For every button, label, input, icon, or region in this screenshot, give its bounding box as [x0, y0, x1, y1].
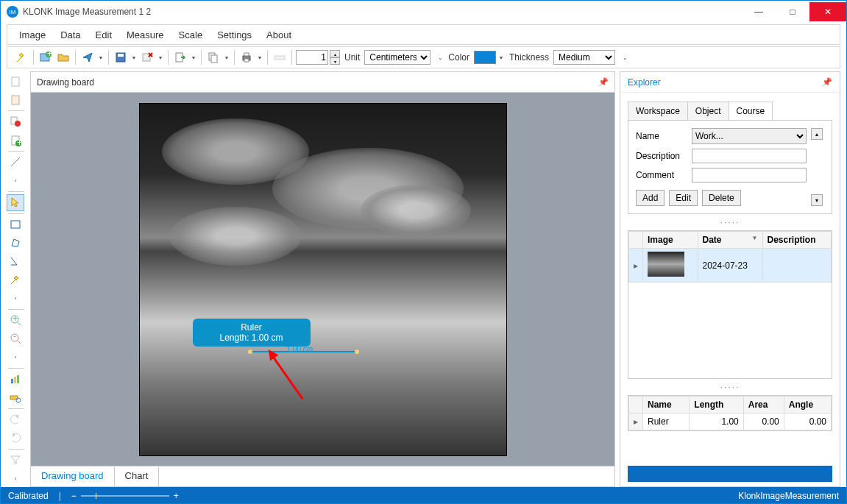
splitter-dots-2[interactable]: ·····: [620, 379, 840, 395]
form-scrollbar[interactable]: ▴▾: [811, 128, 824, 206]
menu-measure[interactable]: Measure: [121, 27, 170, 43]
canvas[interactable]: Ruler Length: 1.00 cm 1.00 cm: [31, 93, 614, 466]
image-row[interactable]: ▸ 2024-07-23: [629, 249, 832, 283]
menu-data[interactable]: Data: [54, 27, 86, 43]
pin-icon[interactable]: 📌: [598, 77, 609, 87]
tool-angle-icon[interactable]: [7, 253, 24, 270]
tool-polygon-icon[interactable]: [7, 235, 24, 252]
ruler-icon[interactable]: [272, 49, 288, 65]
tool-filter-icon[interactable]: [7, 452, 24, 469]
wand-icon[interactable]: [13, 49, 29, 65]
tool-undo-icon[interactable]: [7, 411, 24, 428]
minimize-button[interactable]: —: [742, 2, 776, 21]
save-dropdown[interactable]: ▾: [130, 54, 138, 61]
name-select[interactable]: Work...: [692, 128, 807, 144]
print-icon[interactable]: [238, 49, 255, 65]
tool-pointer-icon[interactable]: [7, 194, 24, 211]
print-dropdown[interactable]: ▾: [256, 54, 263, 61]
color-dropdown[interactable]: ▾: [497, 54, 505, 61]
svg-text:-: -: [13, 333, 16, 341]
tool-filter-more[interactable]: ›: [7, 470, 24, 487]
delete-icon[interactable]: [139, 49, 155, 65]
thickness-extra-dropdown[interactable]: ⌄: [621, 54, 628, 61]
delete-dropdown[interactable]: ▾: [157, 54, 164, 61]
mangle-col-header[interactable]: Angle: [784, 397, 831, 414]
comment-input[interactable]: [692, 168, 807, 182]
menu-image[interactable]: Image: [13, 27, 52, 43]
tool-line-more[interactable]: ›: [7, 172, 24, 189]
unit-extra-dropdown[interactable]: ⌄: [436, 54, 444, 61]
add-button[interactable]: Add: [636, 190, 665, 206]
splitter-dots[interactable]: ·····: [620, 214, 840, 230]
measure-row[interactable]: ▸ Ruler 1.00 0.00 0.00: [629, 414, 832, 430]
tool-zoom-more[interactable]: ›: [7, 349, 24, 366]
svg-rect-12: [274, 56, 285, 60]
svg-rect-8: [211, 55, 217, 63]
menu-about[interactable]: About: [261, 27, 297, 43]
zoom-minus-icon[interactable]: −: [71, 491, 77, 501]
send-icon[interactable]: [79, 49, 96, 65]
edit-button[interactable]: Edit: [669, 190, 698, 206]
mlength-col-header[interactable]: Length: [690, 397, 743, 414]
zoom-slider[interactable]: − +: [71, 491, 179, 501]
course-form: NameWork... Description Comment Add Edit…: [628, 120, 832, 214]
save-icon[interactable]: [113, 49, 129, 65]
tool-zoom-out-icon[interactable]: -: [7, 330, 24, 347]
image-thumbnail: [648, 252, 684, 277]
image-col-header[interactable]: Image: [643, 232, 698, 249]
send-dropdown[interactable]: ▾: [97, 54, 104, 61]
svg-rect-11: [244, 59, 249, 62]
color-swatch[interactable]: [474, 51, 496, 64]
measure-area-cell: 0.00: [743, 414, 784, 430]
explorer-tab-course[interactable]: Course: [729, 102, 773, 120]
count-spinner[interactable]: ▴▾: [330, 50, 340, 65]
tool-clipboard-add-icon[interactable]: +: [7, 132, 24, 149]
tool-chart-icon[interactable]: [7, 371, 24, 388]
copy-icon[interactable]: [205, 49, 222, 65]
svg-rect-21: [11, 221, 20, 228]
explorer-tab-object[interactable]: Object: [687, 102, 729, 120]
explorer-pin-icon[interactable]: 📌: [822, 77, 832, 87]
tool-rect-icon[interactable]: [7, 216, 24, 233]
date-col-header[interactable]: Date ▼: [698, 232, 762, 249]
folder-open-icon[interactable]: [55, 49, 71, 65]
thickness-select[interactable]: Medium: [553, 50, 615, 65]
export-dropdown[interactable]: ▾: [190, 54, 197, 61]
tool-new-icon[interactable]: [7, 73, 24, 90]
tool-shape-more[interactable]: ›: [7, 290, 24, 307]
menu-edit[interactable]: Edit: [90, 27, 118, 43]
count-input[interactable]: [296, 50, 328, 65]
tab-chart[interactable]: Chart: [115, 466, 160, 486]
tool-page-icon[interactable]: [7, 91, 24, 108]
status-brand: KlonkImageMeasurement: [738, 491, 839, 501]
mname-col-header[interactable]: Name: [643, 397, 690, 414]
close-button[interactable]: ✕: [809, 2, 846, 21]
unit-label: Unit: [341, 52, 363, 63]
tool-measure-search-icon[interactable]: [7, 389, 24, 406]
ruler-tooltip-length: Length: 1.00 cm: [219, 333, 283, 343]
svg-rect-14: [12, 96, 19, 104]
desc-input[interactable]: [692, 149, 807, 163]
delete-button[interactable]: Delete: [702, 190, 741, 206]
image-desc-cell: [762, 249, 831, 283]
tab-drawing-board[interactable]: Drawing board: [31, 466, 115, 486]
tool-redo-icon[interactable]: [7, 430, 24, 447]
marea-col-header[interactable]: Area: [743, 397, 784, 414]
desc-col-header[interactable]: Description: [762, 232, 831, 249]
add-image-icon[interactable]: +: [38, 49, 54, 65]
maximize-button[interactable]: □: [776, 2, 809, 21]
zoom-plus-icon[interactable]: +: [174, 491, 179, 501]
tool-line-icon[interactable]: [7, 154, 24, 171]
unit-select[interactable]: Centimeters: [364, 50, 430, 65]
copy-dropdown[interactable]: ▾: [223, 54, 230, 61]
tool-copy-mark-icon[interactable]: [7, 113, 24, 130]
menu-scale[interactable]: Scale: [173, 27, 209, 43]
menu-settings[interactable]: Settings: [211, 27, 258, 43]
tool-zoom-in-icon[interactable]: +: [7, 312, 24, 329]
explorer-tab-workspace[interactable]: Workspace: [628, 102, 688, 120]
svg-rect-29: [14, 377, 16, 383]
loaded-image[interactable]: Ruler Length: 1.00 cm 1.00 cm: [139, 103, 507, 456]
ruler-tooltip-title: Ruler: [241, 322, 262, 333]
export-icon[interactable]: [172, 49, 188, 65]
tool-wand2-icon[interactable]: [7, 271, 24, 288]
